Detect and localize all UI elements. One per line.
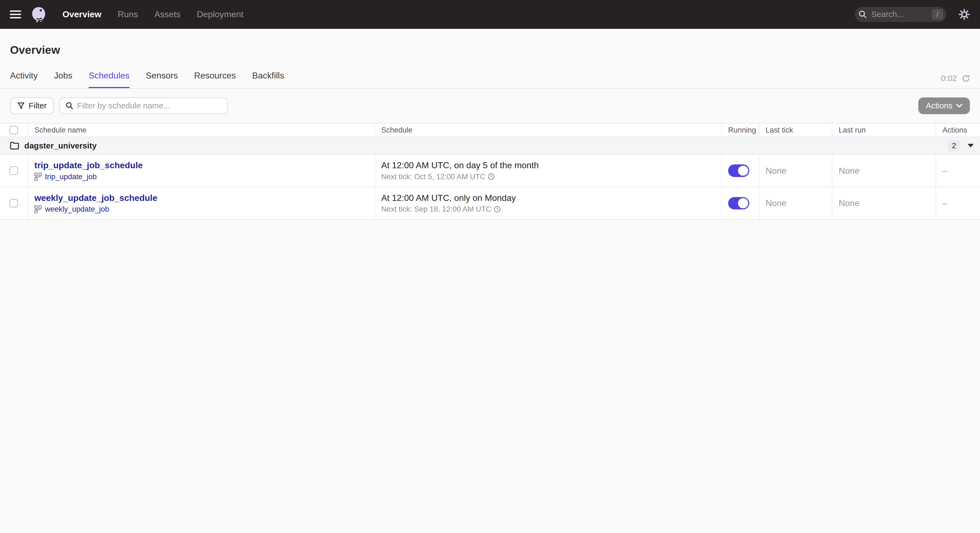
nav-links: Overview Runs Assets Deployment [62, 10, 243, 19]
header-schedule-name: Schedule name [28, 124, 375, 137]
row-actions-placeholder: – [936, 187, 980, 219]
filter-input-wrap [59, 97, 228, 115]
dagster-app: Overview Runs Assets Deployment Search..… [0, 0, 980, 533]
tab-jobs[interactable]: Jobs [54, 70, 72, 88]
filter-funnel-icon [17, 102, 25, 110]
search-icon [858, 10, 867, 19]
clock-icon [488, 173, 495, 180]
gear-icon[interactable] [959, 9, 970, 20]
folder-icon [10, 142, 19, 150]
last-run-value: None [832, 187, 936, 219]
filter-button[interactable]: Filter [10, 97, 54, 115]
hamburger-menu-icon[interactable] [10, 10, 21, 19]
running-toggle[interactable] [728, 197, 749, 210]
tab-resources[interactable]: Resources [194, 70, 235, 88]
global-search-input[interactable]: Search... / [855, 7, 946, 22]
nav-item-deployment[interactable]: Deployment [197, 10, 243, 19]
repo-group-row[interactable]: dagster_university 2 [0, 137, 980, 155]
slash-shortcut-badge: / [932, 9, 943, 20]
actions-button[interactable]: Actions [918, 97, 970, 115]
toolbar: Filter Actions [0, 89, 980, 123]
cron-description: At 12:00 AM UTC, only on Monday [381, 193, 715, 203]
job-graph-icon [34, 205, 42, 213]
page-title: Overview [0, 29, 980, 57]
last-tick-value: None [759, 187, 833, 219]
select-all-checkbox[interactable] [10, 126, 18, 134]
tab-schedules[interactable]: Schedules [89, 70, 129, 88]
top-nav-right: Search... / [855, 7, 970, 22]
schedules-table: Schedule name Schedule Running Last tick… [0, 123, 980, 220]
tab-activity[interactable]: Activity [10, 70, 38, 88]
schedule-name-link[interactable]: trip_update_job_schedule [34, 160, 368, 170]
row-actions-placeholder: – [936, 155, 980, 187]
refresh-countdown: 0:02 [941, 73, 957, 83]
search-placeholder: Search... [871, 10, 932, 19]
last-tick-value: None [759, 155, 833, 187]
repo-group-name: dagster_university [24, 141, 97, 150]
schedule-row: trip_update_job_schedule trip_update_job… [0, 155, 980, 187]
next-tick-text: Next tick: Oct 5, 12:00 AM UTC [381, 172, 485, 181]
nav-item-overview[interactable]: Overview [62, 10, 102, 19]
row-checkbox[interactable] [10, 199, 18, 208]
actions-button-label: Actions [926, 101, 953, 110]
header-running: Running [722, 124, 759, 137]
schedule-row: weekly_update_job_schedule weekly_update… [0, 187, 980, 220]
filter-button-label: Filter [29, 101, 47, 110]
header-schedule: Schedule [375, 124, 722, 137]
job-link[interactable]: trip_update_job [45, 172, 97, 181]
next-tick-text: Next tick: Sep 18, 12:00 AM UTC [381, 205, 492, 213]
cron-description: At 12:00 AM UTC, on day 5 of the month [381, 160, 715, 170]
refresh-icon[interactable] [962, 75, 970, 83]
running-toggle[interactable] [728, 164, 749, 177]
top-nav: Overview Runs Assets Deployment Search..… [0, 0, 980, 29]
group-count-badge: 2 [948, 140, 960, 151]
tab-sensors[interactable]: Sensors [146, 70, 178, 88]
header-last-tick: Last tick [759, 124, 833, 137]
last-run-value: None [832, 155, 936, 187]
filter-search-icon [65, 102, 73, 110]
header-actions: Actions [936, 124, 980, 137]
job-graph-icon [34, 173, 42, 181]
clock-icon [494, 206, 501, 213]
tab-bar: Activity Jobs Schedules Sensors Resource… [0, 69, 980, 89]
chevron-down-icon [956, 103, 963, 108]
header-last-run: Last run [832, 124, 936, 137]
row-checkbox[interactable] [10, 166, 18, 175]
nav-item-runs[interactable]: Runs [118, 10, 138, 19]
filter-input[interactable] [77, 101, 222, 110]
tab-backfills[interactable]: Backfills [252, 70, 284, 88]
caret-down-icon[interactable] [968, 144, 974, 147]
job-link[interactable]: weekly_update_job [45, 205, 109, 213]
nav-item-assets[interactable]: Assets [154, 10, 181, 19]
table-header-row: Schedule name Schedule Running Last tick… [0, 124, 980, 137]
schedule-name-link[interactable]: weekly_update_job_schedule [34, 193, 368, 203]
dagster-logo[interactable] [30, 6, 48, 23]
